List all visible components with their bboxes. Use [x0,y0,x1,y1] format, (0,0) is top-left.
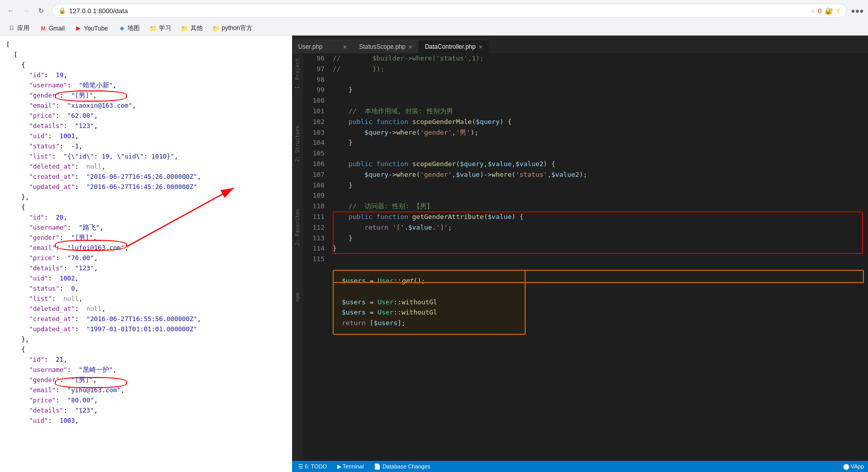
code-lines: // $builder->where('status',1); // }); } [329,53,868,461]
bookmark-study[interactable]: 📁 学习 [146,23,175,34]
code-line-98 [333,75,864,85]
line-num-97: 97 [307,64,325,75]
tab-user-php-label: User.php [298,43,323,50]
var-query-102: $query [476,117,500,128]
closing-brace-113: } [333,233,352,244]
tab-datacontroller-php[interactable]: DataController.php ✕ [419,40,489,53]
side-tab-project[interactable]: 1: Project [293,55,303,92]
tab-user-php-close[interactable]: ✕ [343,44,347,50]
bookmark-apps-label: 应用 [17,24,29,33]
tab-datacontroller-close[interactable]: ✕ [478,44,483,50]
lock-icon: 🔒 [58,7,66,14]
line-num-101: 101 [307,106,325,117]
line-num-110: 110 [307,201,325,212]
code-line-112: return '['.$value.']'; [333,223,864,233]
kw-public-111: public [333,212,376,223]
line-num-106: 106 [307,159,325,170]
extensions-button[interactable]: ●●● [851,4,864,17]
bookmark-youtube[interactable]: ▶ YouTube [71,24,112,33]
bookmark-other[interactable]: 📁 其他 [177,23,207,34]
code-line-102: public function scopeGenderMale($query) … [333,117,864,128]
closing-brace-114: } [333,243,337,254]
nav-buttons: ← → ↻ [4,4,48,17]
kw-public-106: public [333,159,376,170]
line-num-103: 103 [307,128,325,138]
var-query-107: $query [333,170,389,180]
tab-statusscope-label: StatusScope.php [359,43,405,50]
code-line-104: } [333,138,864,148]
gmail-icon: M [40,25,47,32]
closing-brace-104: } [333,138,352,148]
kw-public-102: public [333,117,376,128]
other-folder-icon: 📁 [181,25,188,32]
bottom-app-label: ⬤ VApp [843,463,864,470]
bookmark-apps[interactable]: ☷ 应用 [4,23,34,34]
back-button[interactable]: ← [4,4,17,17]
bottom-todo[interactable]: ☰ 6: TODO [296,463,329,470]
bookmark-maps[interactable]: ◆ 地图 [114,23,144,34]
editor-panel: User.php ✕ StatusScope.php ✕ DataControl… [292,36,868,472]
code-line-108: } [333,180,864,191]
bottom-db-changes[interactable]: 📄 Database Changes [372,463,432,470]
line-num-107: 107 [307,170,325,180]
bookmark-maps-label: 地图 [127,24,140,33]
snippet-line-4: $users = User::withoutGl [342,307,517,318]
bookmark-gmail[interactable]: M Gmail [36,24,69,33]
code-line-107: $query->where('gender',$value)->where('s… [333,170,864,180]
code-line-115 [333,254,864,265]
code-line-96: // $builder->where('status',1); [333,53,864,64]
line-num-102: 102 [307,117,325,128]
line-num-113: 113 [307,233,325,244]
code-line-100 [333,96,864,106]
line-num-109: 109 [307,191,325,201]
line-num-111: 111 [307,212,325,223]
browser-actions: ●●● [851,4,864,17]
code-line-97: // }); [333,64,864,75]
browser-chrome: ← → ↻ 🔒 127.0.0.1:8000/data ☆ O 🔐 Y ●●● … [0,0,868,36]
bottom-terminal[interactable]: ▶ Terminal [335,463,366,470]
editor-tabs: User.php ✕ StatusScope.php ✕ DataControl… [292,36,868,53]
star-icon[interactable]: ☆ [811,7,815,15]
kw-return-112: return [333,223,392,233]
comment-96: // $builder->where('status',1); [333,53,484,64]
line-num-98: 98 [307,75,325,85]
forward-button[interactable]: → [19,4,33,17]
code-line-105 [333,148,864,159]
line-num-105: 105 [307,148,325,159]
address-bar[interactable]: 🔒 127.0.0.1:8000/data ☆ O 🔐 Y [52,4,847,18]
bookmark-python[interactable]: 📁 python官方 [209,23,256,34]
var-value2-106: $value2 [516,159,543,170]
fn-scopeGender: scopeGender [412,159,456,170]
code-line-110: // 访问器: 性别: 【男】 [333,201,864,212]
var-value-112: $value [408,223,432,233]
kw-function-106: function [376,159,412,170]
line-num-112: 112 [307,223,325,233]
fn-where-103: where [396,128,416,138]
code-line-114: } [333,243,864,254]
code-line-106: public function scopeGender($query,$valu… [333,159,864,170]
kw-function-111: function [376,212,412,223]
bookmark-python-label: python官方 [222,24,252,33]
closing-brace-99: } [333,85,352,96]
code-line-111: public function getGenderAttribute($valu… [333,212,864,223]
var-query-106: $query [460,159,484,170]
str-gender-103: 'gender' [420,128,452,138]
var-value-106: $value [488,159,511,170]
side-tab-npm[interactable]: npm [293,290,303,305]
code-box-outer: $users = User::get(); $users = User::wit… [333,270,526,335]
line-num-114: 114 [307,243,325,254]
tab-statusscope-close[interactable]: ✕ [408,44,412,50]
side-tab-structure[interactable]: 2: Structure [293,122,303,165]
closing-brace-108: } [333,180,352,191]
tab-statusscope-php[interactable]: StatusScope.php ✕ [353,40,419,53]
var-query-103: $query [333,128,389,138]
bookmark-youtube-label: YouTube [84,25,108,32]
main-area: [ [ { "id": 19, "username": "蜡笔小新", "gen… [0,36,868,472]
comment-97: // }); [333,64,384,75]
tab-user-php[interactable]: User.php ✕ [292,40,353,53]
snippet-line-1: $users = User::get(); [342,276,517,287]
reload-button[interactable]: ↻ [35,4,48,17]
side-tab-favorites[interactable]: 2: Favorites [293,206,303,248]
code-scroll-area[interactable]: 96 97 98 99 100 101 102 103 104 105 106 … [303,53,868,461]
json-content: [ [ { "id": 19, "username": "蜡笔小新", "gen… [6,40,286,426]
